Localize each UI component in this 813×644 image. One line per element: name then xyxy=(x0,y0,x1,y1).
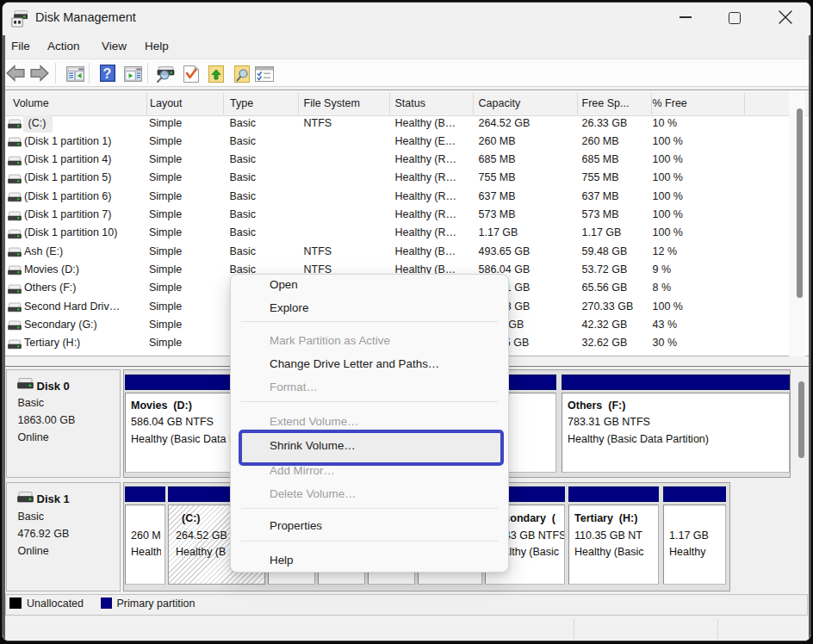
svg-text:?: ? xyxy=(103,66,112,81)
